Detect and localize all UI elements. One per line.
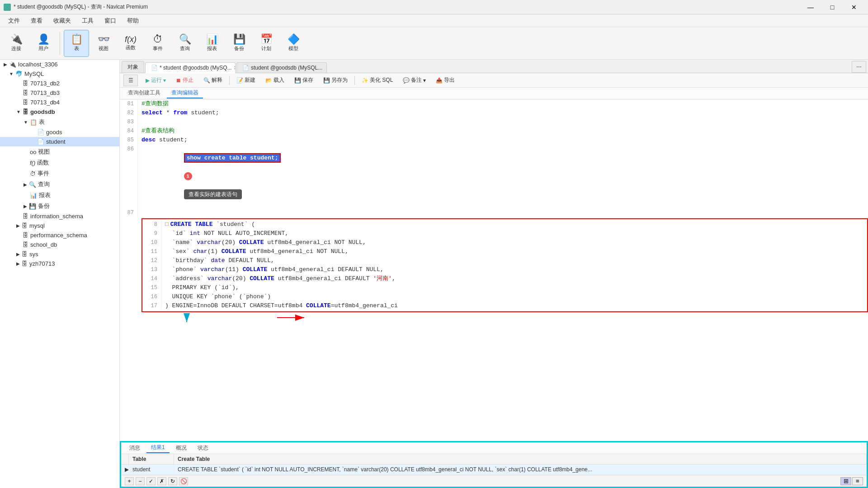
query-tab-editor[interactable]: 查询编辑器 bbox=[167, 88, 203, 99]
menu-file[interactable]: 文件 bbox=[4, 15, 24, 27]
result-check[interactable]: ✓ bbox=[146, 477, 156, 485]
tab-inactive-query[interactable]: 📄 student @goodsdb (MySQL... bbox=[236, 62, 327, 73]
bottom-panel: 消息 结果1 概况 状态 bbox=[120, 441, 868, 488]
stop-button[interactable]: ⏹ 停止 bbox=[172, 75, 198, 86]
sidebar-label-mysql-db: mysql bbox=[29, 222, 45, 229]
sidebar-item-queries[interactable]: ▶ 🔍 查询 bbox=[0, 179, 119, 190]
result-tab-status[interactable]: 状态 bbox=[193, 443, 213, 453]
connect-label: 连接 bbox=[11, 45, 21, 52]
result-cancel[interactable]: ✗ bbox=[157, 477, 166, 485]
menu-view[interactable]: 查看 bbox=[26, 15, 47, 27]
toolbar-function[interactable]: f(x) 函数 bbox=[118, 30, 143, 57]
comment-button[interactable]: 💬 备注 ▾ bbox=[399, 75, 430, 86]
toolbar-user[interactable]: 👤 用户 bbox=[31, 30, 56, 57]
toolbar-backup[interactable]: 💾 备份 bbox=[226, 30, 252, 57]
tab-object[interactable]: 对象 bbox=[122, 61, 144, 73]
menu-help[interactable]: 帮助 bbox=[123, 15, 143, 27]
toolbar-event[interactable]: ⏱ 事件 bbox=[145, 30, 170, 57]
result-delete-row[interactable]: − bbox=[136, 477, 145, 485]
run-button[interactable]: ▶ 运行 ▾ bbox=[142, 75, 170, 86]
save-as-icon: 💾 bbox=[323, 77, 330, 84]
toolbar-table[interactable]: 📋 表 bbox=[64, 30, 89, 57]
sidebar-item-sys[interactable]: ▶ 🗄 sys bbox=[0, 249, 119, 259]
sidebar-item-perf-schema[interactable]: 🗄 performance_schema bbox=[0, 230, 119, 240]
maximize-button[interactable]: □ bbox=[822, 0, 843, 14]
backups-icon: 💾 bbox=[29, 203, 36, 210]
beautify-button[interactable]: ✨ 美化 SQL bbox=[358, 75, 397, 86]
sidebar-item-goodsdb[interactable]: ▼ 🗄 goodsdb bbox=[0, 107, 119, 117]
sidebar-label-info-schema: information_schema bbox=[30, 213, 83, 220]
sidebar-item-mysql-db[interactable]: ▶ 🗄 mysql bbox=[0, 221, 119, 230]
tab-close-icon[interactable]: ✕ bbox=[234, 65, 236, 71]
query-tab-creator[interactable]: 查询创建工具 bbox=[123, 88, 165, 99]
menu-window[interactable]: 窗口 bbox=[100, 15, 121, 27]
export-button[interactable]: 📤 导出 bbox=[432, 75, 459, 86]
result-grid-view[interactable]: ⊞ bbox=[840, 477, 851, 485]
sidebar-item-tables[interactable]: ▼ 📋 表 bbox=[0, 117, 119, 127]
result-tab-overview[interactable]: 概况 bbox=[171, 443, 191, 453]
connect-icon: 🔌 bbox=[10, 34, 23, 44]
function-label: 函数 bbox=[126, 44, 136, 51]
toolbar-schedule[interactable]: 📅 计划 bbox=[254, 30, 279, 57]
sidebar-item-db4[interactable]: 🗄 70713_db4 bbox=[0, 98, 119, 107]
save-as-button[interactable]: 💾 另存为 bbox=[319, 75, 352, 86]
sidebar-item-functions[interactable]: f() 函数 bbox=[0, 157, 119, 168]
line-num-97: 17 bbox=[143, 301, 161, 310]
line-content-94: `address` varchar(20) COLLATE utf8mb4_ge… bbox=[165, 274, 866, 283]
line-num-93: 13 bbox=[143, 265, 161, 274]
tab-active-label: * student @goodsdb (MySQ... bbox=[160, 65, 232, 71]
toolbar-query[interactable]: 🔍 查询 bbox=[172, 30, 198, 57]
sidebar-item-events[interactable]: ⏱ 事件 bbox=[0, 168, 119, 179]
result-add-row[interactable]: + bbox=[125, 477, 134, 485]
views-icon: oo bbox=[30, 149, 36, 155]
new-button[interactable]: 📝 新建 bbox=[232, 75, 259, 86]
view-icon: 👓 bbox=[98, 34, 110, 44]
menu-favorites[interactable]: 收藏夹 bbox=[49, 15, 75, 27]
load-button[interactable]: 📂 载入 bbox=[261, 75, 288, 86]
sidebar-item-views[interactable]: oo 视图 bbox=[0, 146, 119, 157]
sidebar-item-goods[interactable]: 📄 goods bbox=[0, 127, 119, 137]
sidebar-item-db3[interactable]: 🗄 70713_db3 bbox=[0, 88, 119, 98]
result-tab-result1[interactable]: 结果1 bbox=[146, 443, 170, 453]
toolbar-model[interactable]: 🔷 模型 bbox=[281, 30, 306, 57]
line-num-92: 12 bbox=[143, 256, 161, 265]
sidebar-item-yzh70713[interactable]: ▶ 🗄 yzh70713 bbox=[0, 259, 119, 268]
result-form-view[interactable]: ≡ bbox=[852, 477, 863, 485]
new-label: 新建 bbox=[245, 76, 255, 84]
code-line-87: 87 bbox=[120, 208, 868, 217]
db-icon: 🗄 bbox=[23, 241, 28, 248]
line-num-83: 83 bbox=[120, 117, 138, 127]
line-content-96: UNIQUE KEY `phone` (`phone`) bbox=[165, 292, 866, 301]
menu-tools[interactable]: 工具 bbox=[77, 15, 98, 27]
toolbar-report[interactable]: 📊 报表 bbox=[199, 30, 225, 57]
result-refresh[interactable]: ↻ bbox=[168, 477, 177, 485]
new-icon: 📝 bbox=[236, 77, 243, 84]
sidebar-item-reports[interactable]: 📊 报表 bbox=[0, 190, 119, 201]
result-clear[interactable]: 🚫 bbox=[179, 477, 188, 485]
sidebar-item-school-db[interactable]: 🗄 school_db bbox=[0, 240, 119, 249]
toolbar-connect[interactable]: 🔌 连接 bbox=[4, 30, 29, 57]
result-tab-message[interactable]: 消息 bbox=[125, 443, 145, 453]
sub-divider-2 bbox=[354, 76, 355, 85]
result-cell-expand[interactable]: ▶ bbox=[121, 465, 129, 474]
sidebar-item-mysql[interactable]: ▼ 🐬 MySQL bbox=[0, 69, 119, 79]
sidebar-label-mysql: MySQL bbox=[24, 70, 44, 77]
explain-button[interactable]: 🔍 解释 bbox=[199, 75, 226, 86]
sidebar-label-functions: 函数 bbox=[37, 159, 49, 167]
hamburger-menu[interactable]: ☰ bbox=[123, 75, 138, 86]
line-content-85: desc student; bbox=[142, 136, 868, 145]
save-button[interactable]: 💾 保存 bbox=[290, 75, 317, 86]
tab-active-query[interactable]: 📄 * student @goodsdb (MySQ... ✕ bbox=[145, 62, 236, 73]
sidebar-item-localhost[interactable]: ▶ 🔌 localhost_3306 bbox=[0, 60, 119, 69]
result-create-value: CREATE TABLE `student` ( `id` int NOT NU… bbox=[178, 466, 592, 473]
sidebar-item-db2[interactable]: 🗄 70713_db2 bbox=[0, 79, 119, 88]
create-table-block: 8 □CREATE TABLE `student` ( 9 `id` int N… bbox=[142, 218, 868, 312]
sidebar-item-backups[interactable]: ▶ 💾 备份 bbox=[0, 201, 119, 211]
minimize-button[interactable]: — bbox=[800, 0, 821, 14]
sidebar-item-student[interactable]: 📄 student bbox=[0, 137, 119, 146]
sidebar-item-info-schema[interactable]: 🗄 information_schema bbox=[0, 211, 119, 221]
close-button[interactable]: ✕ bbox=[844, 0, 864, 14]
tab-extra-button[interactable]: ⋯ bbox=[852, 61, 866, 73]
toolbar-view[interactable]: 👓 视图 bbox=[91, 30, 116, 57]
code-editor[interactable]: 81 #查询数据 82 select * from student; 83 84… bbox=[120, 99, 868, 441]
